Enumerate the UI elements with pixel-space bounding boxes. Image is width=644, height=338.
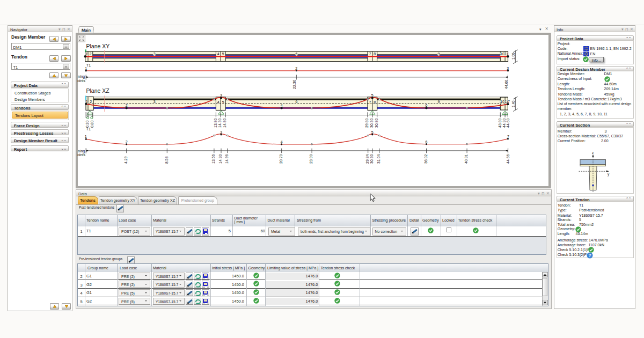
svg-text:9: 9: [438, 100, 440, 104]
svg-text:36.02: 36.02: [424, 154, 428, 164]
svg-text:1: 1: [85, 135, 87, 138]
svg-text:z: z: [592, 152, 594, 155]
svg-text:5: 5: [222, 100, 224, 104]
svg-text:8.58: 8.58: [165, 156, 169, 164]
svg-text:10: 10: [500, 52, 504, 56]
svg-text:6: 6: [296, 100, 298, 104]
svg-text:oints: oints: [77, 153, 85, 157]
svg-text:29.80: 29.80: [365, 118, 369, 128]
svg-text:oints: oints: [77, 79, 85, 83]
svg-text:6: 6: [296, 52, 298, 56]
svg-text:1.00: 1.00: [511, 53, 515, 60]
svg-text:4.29: 4.29: [124, 156, 128, 164]
svg-text:4: 4: [217, 100, 219, 104]
svg-text:23.90: 23.90: [309, 154, 313, 164]
svg-text:3: 3: [220, 93, 222, 97]
svg-text:30.30: 30.30: [370, 154, 374, 164]
svg-text:3: 3: [507, 67, 509, 70]
svg-text:13.80: 13.80: [214, 118, 217, 128]
svg-text:T1: T1: [86, 127, 91, 131]
svg-text:4: 4: [217, 52, 219, 56]
svg-text:?: ?: [588, 253, 591, 258]
svg-text:3: 3: [220, 130, 222, 134]
svg-text:30.80: 30.80: [375, 118, 378, 128]
svg-text:43.80: 43.80: [498, 118, 502, 128]
svg-text:13.56: 13.56: [211, 154, 215, 164]
svg-text:30.30: 30.30: [370, 118, 374, 128]
svg-text:14.30: 14.30: [218, 118, 222, 128]
svg-text:22.30: 22.30: [292, 79, 296, 89]
svg-text:7: 7: [508, 100, 510, 104]
svg-text:14.80: 14.80: [223, 118, 226, 128]
svg-text:10: 10: [500, 100, 504, 104]
svg-text:2: 2: [90, 100, 92, 104]
svg-text:6: 6: [426, 104, 428, 107]
svg-text:29.84: 29.84: [365, 154, 369, 164]
svg-text:40.31: 40.31: [464, 154, 468, 164]
svg-text:6: 6: [426, 140, 428, 144]
svg-text:8: 8: [374, 52, 376, 56]
svg-text:14.96: 14.96: [225, 154, 229, 164]
svg-text:44.60: 44.60: [506, 118, 510, 128]
svg-text:2: 2: [126, 140, 128, 144]
svg-text:9: 9: [438, 52, 440, 56]
svg-text:4: 4: [281, 140, 283, 144]
svg-text:31.04: 31.04: [377, 154, 380, 164]
svg-text:44.66: 44.66: [506, 154, 510, 164]
svg-text:1: 1: [85, 67, 87, 70]
svg-text:5: 5: [371, 93, 374, 97]
svg-text:7: 7: [369, 100, 371, 104]
svg-text:44.60: 44.60: [504, 79, 508, 89]
svg-text:2: 2: [90, 52, 92, 56]
svg-text:14.30: 14.30: [218, 154, 222, 164]
svg-text:20.70: 20.70: [279, 154, 283, 164]
svg-text:3: 3: [153, 52, 156, 56]
svg-text:7: 7: [369, 52, 371, 56]
svg-text:Plane XZ: Plane XZ: [86, 87, 110, 94]
svg-text:1.40: 1.40: [511, 100, 515, 107]
svg-text:1: 1: [86, 52, 88, 56]
svg-text:5: 5: [222, 52, 224, 56]
svg-text:7: 7: [507, 135, 509, 138]
svg-text:8: 8: [374, 100, 376, 104]
svg-text:5: 5: [371, 130, 374, 134]
svg-text:2: 2: [295, 67, 297, 70]
svg-text:3: 3: [153, 100, 156, 104]
svg-text:y: y: [608, 172, 610, 177]
svg-text:Plane XY: Plane XY: [86, 43, 110, 49]
